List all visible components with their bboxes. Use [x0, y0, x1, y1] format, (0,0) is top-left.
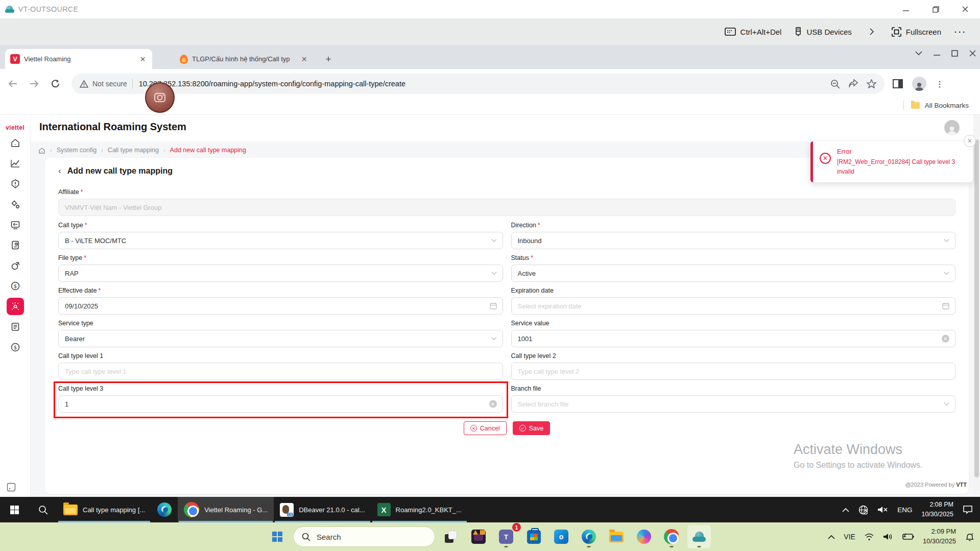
- reload-button[interactable]: [47, 75, 64, 92]
- share-icon[interactable]: [848, 79, 858, 88]
- outlook-button[interactable]: o: [549, 525, 573, 548]
- sidebar-reports-chart-icon[interactable]: [7, 155, 24, 172]
- teams-button[interactable]: T1: [494, 525, 518, 548]
- browser-maximize-button[interactable]: [951, 50, 958, 57]
- direction-select[interactable]: Inbound: [511, 232, 956, 249]
- not-secure-label: Not secure: [92, 80, 127, 88]
- speaker-icon[interactable]: [883, 533, 893, 541]
- local-search-box[interactable]: Search: [293, 526, 435, 547]
- sidebar-settings-gears-icon[interactable]: [7, 196, 24, 213]
- ctrl-alt-del-button[interactable]: Ctrl+Alt+Del: [725, 28, 782, 36]
- breadcrumb-system-config[interactable]: System config: [57, 147, 97, 154]
- vt-outsource-button[interactable]: [687, 525, 711, 548]
- chrome-button[interactable]: [660, 525, 683, 548]
- tab-tlgp[interactable]: TLGP/Cấu hình hệ thống/Call typ ✕: [176, 49, 313, 69]
- sidebar-collapse-icon[interactable]: [7, 483, 16, 492]
- remote-tray-network-globe-icon[interactable]: [858, 505, 868, 515]
- taskbar-app-edge[interactable]: [151, 497, 178, 522]
- game-app-button[interactable]: [467, 525, 490, 548]
- back-chevron-icon[interactable]: ‹: [58, 166, 61, 176]
- microsoft-store-button[interactable]: [522, 525, 545, 548]
- remote-minimize-button[interactable]: [891, 0, 921, 18]
- fullscreen-button[interactable]: Fullscreen: [892, 27, 941, 37]
- breadcrumb-home-icon[interactable]: [38, 147, 45, 154]
- taskbar-app-dbeaver[interactable]: DBeaver 21.0.0 - cal...: [274, 497, 371, 522]
- new-tab-button[interactable]: +: [322, 53, 335, 66]
- local-start-button[interactable]: [266, 525, 289, 548]
- clear-icon[interactable]: ✕: [942, 335, 949, 343]
- toolbar-more-button[interactable]: ···: [954, 28, 967, 36]
- local-tray-language[interactable]: VIE: [844, 533, 855, 541]
- taskbar-app-viettel-roaming-chrome[interactable]: Viettel Roaming - G...: [178, 497, 274, 522]
- sidebar-alert-icon[interactable]: [7, 175, 24, 193]
- cancel-button[interactable]: ✕ Cancel: [464, 421, 507, 435]
- toolbar-chevron-right-icon[interactable]: [869, 28, 874, 36]
- remote-tray-clock[interactable]: 2:08 PM 10/30/2025: [921, 500, 953, 519]
- taskbar-app-excel-roaming[interactable]: X Roaming2.0_KBKT_...: [371, 497, 468, 522]
- usb-devices-button[interactable]: USB Devices: [795, 27, 851, 36]
- sidebar-home-icon[interactable]: [7, 134, 24, 152]
- side-panel-icon[interactable]: [893, 79, 903, 88]
- expiration-date-input[interactable]: Select expiration date: [511, 297, 956, 315]
- local-tray-chevron-up-icon[interactable]: [828, 535, 835, 539]
- sidebar-monitor-chat-icon[interactable]: [7, 216, 24, 233]
- tab-close-icon[interactable]: ✕: [138, 55, 147, 63]
- windows11-logo-icon: [272, 532, 282, 542]
- bookmark-star-icon[interactable]: [867, 79, 876, 88]
- battery-icon[interactable]: [902, 533, 914, 540]
- remote-restore-button[interactable]: [921, 0, 950, 18]
- browser-menu-kebab-icon[interactable]: ⋮: [936, 79, 944, 89]
- user-avatar[interactable]: [944, 120, 960, 135]
- status-select[interactable]: Active: [511, 265, 956, 282]
- remote-close-button[interactable]: [950, 0, 980, 18]
- browser-profile-avatar[interactable]: [912, 77, 926, 91]
- remote-tray-language[interactable]: ENG: [897, 506, 912, 514]
- service-type-select[interactable]: Bearer: [58, 330, 503, 347]
- page-scrollbar[interactable]: [973, 115, 980, 497]
- copilot-button[interactable]: [632, 525, 656, 548]
- tab-close-icon[interactable]: ✕: [300, 55, 308, 63]
- sidebar-dollar-icon[interactable]: $: [7, 277, 24, 295]
- branch-file-select[interactable]: Select branch file: [511, 395, 956, 413]
- service-value-input[interactable]: 1001 ✕: [511, 330, 956, 347]
- taskbar-app-call-type-mapping[interactable]: Call type mapping [...: [57, 497, 151, 522]
- notification-bell-dnd-icon[interactable]: z: [965, 532, 975, 542]
- tab-viettel-roaming[interactable]: V Viettel Roaming ✕: [5, 49, 152, 69]
- back-button[interactable]: [4, 75, 21, 92]
- sidebar-call-type-mapping-active-icon[interactable]: [7, 298, 24, 315]
- file-type-select[interactable]: RAP: [58, 265, 503, 282]
- wifi-icon[interactable]: [864, 533, 874, 541]
- all-bookmarks-button[interactable]: All Bookmarks: [903, 101, 969, 110]
- save-button[interactable]: ✓ Save: [513, 421, 551, 435]
- zoom-page-icon[interactable]: [830, 79, 840, 89]
- remote-action-center-icon[interactable]: [963, 505, 973, 514]
- call-type-select[interactable]: B - ViLTE MOC/MTC: [58, 232, 503, 249]
- tab-search-chevron-icon[interactable]: [915, 51, 922, 56]
- call-type-level-3-input[interactable]: 1 ✕: [58, 395, 503, 413]
- browser-close-button[interactable]: [969, 50, 976, 57]
- remote-search-button[interactable]: [29, 497, 57, 522]
- browser-minimize-button[interactable]: [934, 50, 940, 57]
- field-value: Inbound: [518, 237, 542, 245]
- sidebar-billing-dollar-icon[interactable]: $: [7, 339, 24, 356]
- call-type-level-1-input[interactable]: Type call type level 1: [58, 363, 503, 380]
- call-type-level-2-input[interactable]: Type call type level 2: [511, 363, 956, 380]
- sidebar-document-list-icon[interactable]: [7, 318, 24, 336]
- forward-button[interactable]: [26, 75, 43, 92]
- scrollbar-thumb[interactable]: [974, 139, 979, 477]
- remote-tray-mute-icon[interactable]: [877, 506, 888, 514]
- sidebar-file-report-icon[interactable]: [7, 236, 24, 254]
- effective-date-input[interactable]: 09/10/2025: [58, 297, 503, 315]
- edge-button[interactable]: [577, 525, 601, 548]
- remote-tray-chevron-up-icon[interactable]: [842, 508, 849, 512]
- remote-start-button[interactable]: [0, 497, 29, 522]
- local-tray-clock[interactable]: 2:09 PM 10/30/2025: [923, 527, 956, 546]
- file-explorer-button[interactable]: [605, 525, 628, 548]
- address-bar[interactable]: Not secure 10.207.252.135:8200/roaming-a…: [71, 74, 885, 94]
- toast-close-button[interactable]: ✕: [964, 135, 976, 147]
- sidebar-file-transfer-icon[interactable]: [7, 257, 24, 274]
- clear-icon[interactable]: ✕: [489, 400, 497, 408]
- breadcrumb-call-type-mapping[interactable]: Call type mapping: [108, 147, 159, 154]
- task-view-button[interactable]: [439, 525, 463, 548]
- viettel-favicon: V: [10, 54, 20, 64]
